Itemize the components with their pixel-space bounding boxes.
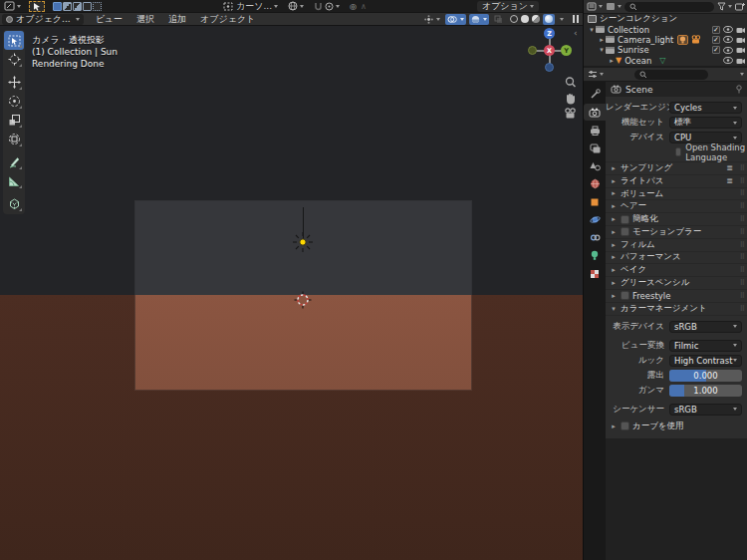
disclosure-triangle-icon[interactable]: ▸: [608, 57, 616, 65]
section-film[interactable]: ▸ フィルム ⠿: [606, 238, 747, 251]
gamma-slider[interactable]: 1.000: [669, 385, 742, 397]
menu-add[interactable]: 追加: [168, 13, 186, 26]
tool-rotate-button[interactable]: [4, 92, 24, 111]
shading-material-button[interactable]: [532, 15, 540, 23]
freestyle-checkbox[interactable]: [621, 291, 629, 300]
render-camera-icon[interactable]: [736, 46, 745, 54]
look-select[interactable]: High Contrast: [669, 355, 742, 367]
subsection-use-curves[interactable]: ▸ カーブを使用: [606, 420, 747, 433]
menu-view[interactable]: ビュー: [96, 13, 123, 26]
tab-scene[interactable]: [585, 157, 605, 174]
use-curves-checkbox[interactable]: [621, 421, 629, 430]
render-camera-icon[interactable]: [736, 57, 745, 65]
exposure-slider[interactable]: 0.000: [669, 370, 742, 382]
xray-toggle[interactable]: [492, 14, 505, 25]
tool-cursor-button[interactable]: [4, 50, 24, 69]
sun-lamp-object[interactable]: [291, 230, 315, 254]
select-mode-extend-button[interactable]: [63, 2, 72, 11]
outliner-row-camera-light[interactable]: ▸ Camera_light ✓: [584, 35, 747, 45]
active-tool-select-box-button[interactable]: [29, 1, 45, 12]
disclosure-triangle-icon[interactable]: ▸: [598, 36, 606, 44]
section-simplify[interactable]: ▸ 簡略化 ⠿: [606, 212, 747, 225]
section-freestyle[interactable]: ▸ Freestyle ⠿: [606, 289, 747, 302]
menu-object[interactable]: オブジェクト: [200, 13, 255, 26]
camera-object-icon[interactable]: [690, 35, 701, 44]
tab-tool[interactable]: [585, 86, 605, 103]
select-mode-subtract-button[interactable]: [73, 2, 82, 11]
overlays-toggle[interactable]: [445, 14, 466, 25]
select-mode-invert-button[interactable]: [83, 2, 92, 11]
tab-output[interactable]: [585, 122, 605, 139]
select-mode-intersect-button[interactable]: [93, 2, 102, 11]
tab-render[interactable]: [584, 104, 606, 121]
eye-icon[interactable]: [723, 47, 733, 54]
osl-checkbox[interactable]: [675, 147, 681, 156]
outliner-row-scene-collection[interactable]: シーンコレクション: [584, 14, 747, 24]
outliner-row-collection[interactable]: ▾ Collection ✓: [584, 24, 747, 34]
tab-constraints[interactable]: [585, 229, 605, 246]
section-sampling[interactable]: ▸ サンプリング ≣⠿: [606, 161, 747, 174]
editor-type-button[interactable]: [2, 1, 23, 12]
tab-physics[interactable]: [585, 211, 605, 228]
tool-scale-button[interactable]: [4, 111, 24, 130]
outliner-filter-button[interactable]: [717, 2, 732, 11]
gizmo-y-ball[interactable]: Y: [561, 45, 572, 56]
gizmos-dropdown[interactable]: [422, 14, 442, 25]
transform-orientation-dropdown[interactable]: [286, 1, 306, 12]
feature-set-select[interactable]: 標準: [669, 117, 742, 129]
tool-transform-button[interactable]: [4, 130, 24, 148]
view-transform-select[interactable]: Filmic: [669, 340, 742, 352]
pause-render-button[interactable]: [573, 15, 579, 23]
section-light-paths[interactable]: ▸ ライトパス ≣⠿: [606, 174, 747, 187]
gizmo-z-ball[interactable]: Z: [544, 28, 555, 39]
3d-viewport[interactable]: カメラ・透視投影 (1) Collection | Sun Rendering …: [0, 26, 583, 560]
outliner-row-ocean[interactable]: ▸ ▼ Ocean ▽: [584, 56, 747, 66]
tool-move-button[interactable]: [4, 73, 24, 92]
selectable-checkbox[interactable]: ✓: [712, 26, 720, 34]
gizmo-y-neg-ball[interactable]: [528, 46, 537, 55]
outliner-display-mode-button[interactable]: [606, 2, 622, 11]
section-performance[interactable]: ▸ パフォーマンス ⠿: [606, 251, 747, 264]
section-grease-pencil[interactable]: ▸ グリースペンシル ⠿: [606, 276, 747, 289]
selectable-checkbox[interactable]: ✓: [712, 46, 720, 54]
mode-dropdown[interactable]: オブジェク...: [2, 14, 84, 25]
outliner-row-sunrise[interactable]: ▾ Sunrise ✓: [584, 45, 747, 55]
section-volumes[interactable]: ▸ ボリューム ⠿: [606, 187, 747, 200]
render-camera-icon[interactable]: [736, 36, 745, 44]
camera-view-button[interactable]: [564, 107, 578, 121]
sidebar-collapse-arrow[interactable]: ‹: [574, 28, 578, 38]
chevron-down-icon[interactable]: [740, 73, 744, 76]
pan-hand-button[interactable]: [564, 92, 578, 106]
section-bake[interactable]: ▸ ベイク ⠿: [606, 263, 747, 276]
gizmo-x-ball[interactable]: X: [544, 45, 555, 56]
shading-solid-button[interactable]: [521, 15, 529, 23]
eye-icon[interactable]: [723, 36, 733, 43]
presets-icon[interactable]: ≣: [726, 163, 733, 172]
tab-view-layer[interactable]: [585, 140, 605, 156]
outliner-editor-type-button[interactable]: [587, 2, 603, 11]
xray-shading-toggle[interactable]: [469, 14, 489, 25]
section-color-management[interactable]: ▾ カラーマネージメント ⠿: [606, 302, 747, 315]
tool-add-cube-button[interactable]: [4, 194, 24, 213]
gizmo-z-neg-ball[interactable]: [545, 63, 554, 72]
simplify-checkbox[interactable]: [621, 215, 629, 224]
selectable-checkbox[interactable]: ✓: [712, 36, 720, 44]
render-engine-select[interactable]: Cycles: [669, 102, 742, 114]
properties-editor-type-button[interactable]: [588, 70, 604, 79]
disclosure-triangle-icon[interactable]: ▾: [598, 46, 606, 54]
tool-measure-button[interactable]: [4, 171, 24, 190]
display-device-select[interactable]: sRGB: [669, 321, 742, 333]
eye-icon[interactable]: [723, 26, 733, 33]
shading-rendered-button[interactable]: [543, 14, 555, 25]
transform-pivot-dropdown[interactable]: カーソ...: [221, 1, 280, 12]
disclosure-triangle-icon[interactable]: ▾: [588, 26, 596, 34]
new-collection-button[interactable]: [735, 2, 745, 11]
shading-wireframe-button[interactable]: [510, 15, 518, 23]
pin-icon[interactable]: [735, 85, 743, 94]
device-select[interactable]: CPU: [669, 132, 742, 143]
tab-object[interactable]: [585, 193, 605, 210]
presets-icon[interactable]: ≣: [726, 176, 733, 185]
tool-select-box-button[interactable]: [4, 31, 24, 50]
properties-search-input[interactable]: [634, 70, 708, 80]
tab-texture[interactable]: [585, 265, 605, 282]
